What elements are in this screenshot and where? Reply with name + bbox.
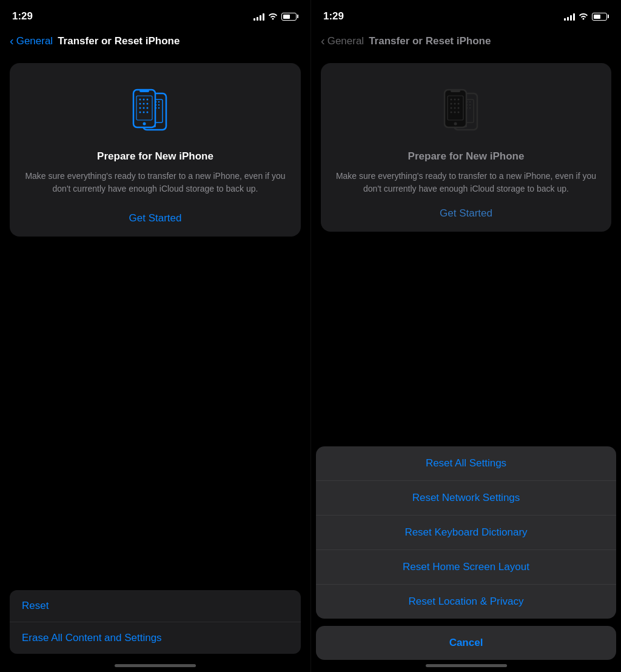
battery-icon — [281, 13, 298, 21]
chevron-left-icon: ‹ — [10, 34, 14, 48]
svg-point-37 — [469, 101, 470, 102]
cancel-button[interactable]: Cancel — [316, 626, 616, 660]
card-desc-right: Make sure everything's ready to transfer… — [333, 170, 599, 195]
right-battery-icon — [592, 13, 609, 21]
card-title-left: Prepare for New iPhone — [97, 150, 213, 163]
right-time: 1:29 — [323, 10, 344, 22]
svg-point-58 — [450, 112, 452, 113]
svg-point-19 — [143, 99, 145, 101]
reset-all-settings-button[interactable]: Reset All Settings — [316, 446, 616, 481]
left-time: 1:29 — [12, 10, 33, 22]
get-started-button-left[interactable]: Get Started — [22, 207, 289, 224]
svg-point-41 — [469, 104, 470, 106]
prepare-card-right: Prepare for New iPhone Make sure everyth… — [321, 63, 611, 232]
svg-point-51 — [457, 99, 459, 101]
left-nav-bar: ‹ General Transfer or Reset iPhone — [0, 29, 310, 58]
svg-point-26 — [147, 107, 149, 109]
svg-point-30 — [143, 123, 146, 126]
svg-point-27 — [139, 112, 141, 113]
svg-point-14 — [158, 107, 159, 109]
svg-point-28 — [143, 112, 145, 113]
svg-point-22 — [143, 103, 145, 105]
svg-point-24 — [139, 107, 141, 109]
svg-point-45 — [469, 107, 470, 109]
transfer-icon-left — [125, 80, 186, 141]
card-desc-left: Make sure everything's ready to transfer… — [22, 170, 289, 195]
right-phone-panel: 1:29 ‹ General — [310, 0, 621, 672]
right-signal-icon — [564, 12, 575, 21]
chevron-left-icon-right: ‹ — [321, 34, 325, 48]
reset-button-left[interactable]: Reset — [10, 590, 301, 622]
svg-point-54 — [457, 103, 459, 105]
svg-point-59 — [454, 112, 455, 113]
card-title-right: Prepare for New iPhone — [408, 150, 525, 163]
wifi-icon — [268, 12, 278, 22]
right-status-icons — [564, 12, 609, 22]
svg-point-20 — [147, 99, 149, 101]
reset-home-screen-layout-button[interactable]: Reset Home Screen Layout — [316, 550, 616, 585]
svg-point-49 — [450, 99, 452, 101]
svg-rect-16 — [139, 90, 149, 92]
back-button-right[interactable]: ‹ General — [321, 35, 364, 48]
back-button-left[interactable]: ‹ General — [10, 35, 53, 48]
left-status-icons — [253, 12, 298, 22]
signal-icon — [253, 12, 264, 21]
reset-network-settings-button[interactable]: Reset Network Settings — [316, 481, 616, 516]
right-status-bar: 1:29 — [311, 0, 621, 29]
page-title-left: Transfer or Reset iPhone — [58, 35, 180, 47]
svg-point-50 — [454, 99, 455, 101]
svg-point-55 — [450, 107, 452, 109]
svg-point-56 — [454, 107, 455, 109]
left-status-bar: 1:29 — [0, 0, 310, 29]
svg-point-25 — [143, 107, 145, 109]
prepare-card-left: Prepare for New iPhone Make sure everyth… — [10, 63, 301, 237]
erase-all-button-left[interactable]: Erase All Content and Settings — [10, 622, 301, 654]
svg-rect-47 — [451, 90, 460, 92]
back-label-left: General — [16, 35, 53, 47]
svg-point-6 — [158, 101, 159, 102]
reset-modal-sheet: Reset All Settings Reset Network Setting… — [316, 446, 616, 619]
reset-keyboard-dictionary-button[interactable]: Reset Keyboard Dictionary — [316, 516, 616, 550]
svg-point-21 — [139, 103, 141, 105]
svg-point-29 — [147, 112, 149, 113]
svg-point-53 — [454, 103, 455, 105]
left-reset-list: Reset Erase All Content and Settings — [10, 590, 301, 654]
left-bottom-section: Reset Erase All Content and Settings — [10, 590, 301, 654]
right-wifi-icon — [579, 12, 588, 22]
svg-point-61 — [454, 123, 457, 126]
svg-point-60 — [457, 112, 459, 113]
reset-modal-overlay: Reset All Settings Reset Network Setting… — [311, 446, 621, 672]
svg-point-57 — [457, 107, 459, 109]
right-nav-bar: ‹ General Transfer or Reset iPhone — [311, 29, 621, 58]
svg-point-18 — [139, 99, 141, 101]
left-card-container: Prepare for New iPhone Make sure everyth… — [0, 63, 310, 237]
get-started-button-right[interactable]: Get Started — [440, 207, 492, 220]
page-title-right: Transfer or Reset iPhone — [369, 35, 491, 47]
svg-point-52 — [450, 103, 452, 105]
left-home-indicator — [115, 664, 196, 667]
svg-point-23 — [147, 103, 149, 105]
svg-point-10 — [158, 104, 159, 106]
reset-location-privacy-button[interactable]: Reset Location & Privacy — [316, 585, 616, 619]
transfer-icon-right — [436, 80, 497, 141]
right-card-container: Prepare for New iPhone Make sure everyth… — [311, 63, 621, 232]
back-label-right: General — [327, 35, 364, 47]
left-phone-panel: 1:29 ‹ General — [0, 0, 310, 672]
